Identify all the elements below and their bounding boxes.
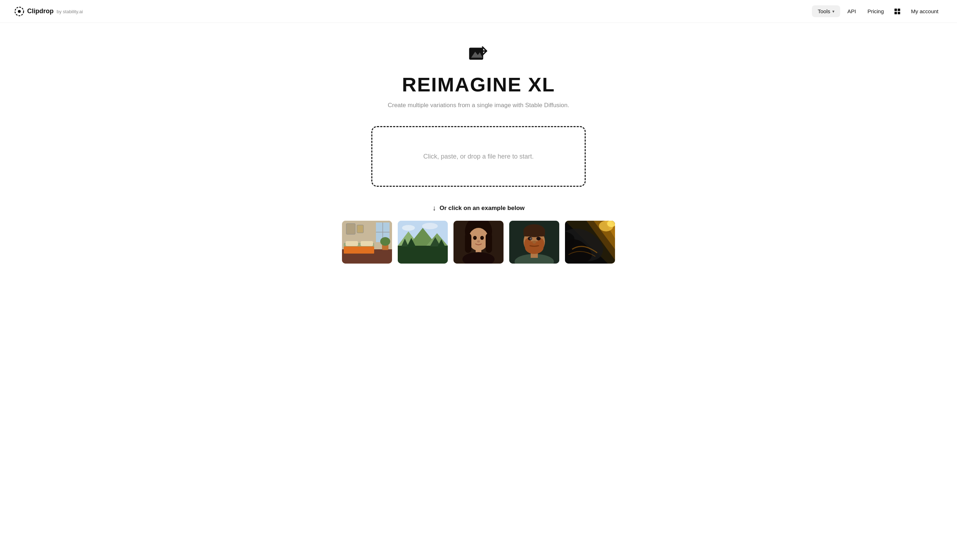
examples-label: ↓ Or click on an example below — [433, 204, 524, 212]
svg-rect-28 — [398, 246, 448, 263]
svg-point-56 — [532, 241, 536, 244]
examples-label-text: Or click on an example below — [439, 205, 524, 212]
my-account-link[interactable]: My account — [906, 5, 943, 17]
svg-point-1 — [18, 10, 21, 13]
reimagine-icon — [468, 44, 489, 66]
page-title: REIMAGINE XL — [402, 73, 555, 96]
clipdrop-logo-icon — [14, 6, 24, 16]
example-man[interactable] — [509, 221, 559, 263]
example-woman[interactable] — [453, 221, 504, 263]
navbar-right: Tools ▾ API Pricing My account — [812, 5, 943, 17]
svg-rect-15 — [346, 241, 358, 246]
svg-rect-53 — [524, 229, 545, 237]
svg-point-39 — [482, 237, 483, 238]
example-abstract[interactable] — [565, 221, 615, 263]
svg-rect-3 — [898, 9, 900, 11]
svg-point-38 — [474, 237, 475, 238]
woman-thumbnail — [453, 221, 504, 263]
chevron-down-icon: ▾ — [832, 9, 834, 14]
logo-area: Clipdrop by stability.ai — [14, 6, 83, 16]
page-icon — [468, 44, 489, 67]
mountain-thumbnail — [398, 221, 448, 263]
example-mountain[interactable] — [398, 221, 448, 263]
svg-rect-4 — [894, 12, 897, 14]
svg-rect-44 — [486, 233, 492, 253]
bedroom-thumbnail — [342, 221, 392, 263]
svg-point-35 — [469, 228, 488, 251]
tools-menu-button[interactable]: Tools ▾ — [812, 5, 840, 17]
svg-point-40 — [477, 240, 480, 243]
svg-rect-43 — [465, 233, 471, 253]
grid-icon-button[interactable] — [891, 6, 904, 17]
drop-zone-text: Click, paste, or drop a file here to sta… — [423, 153, 534, 160]
svg-point-23 — [402, 225, 415, 231]
abstract-thumbnail — [565, 221, 615, 263]
example-bedroom[interactable] — [342, 221, 392, 263]
svg-point-57 — [530, 238, 532, 240]
svg-rect-20 — [346, 224, 355, 234]
svg-rect-5 — [898, 12, 900, 14]
svg-rect-17 — [344, 246, 374, 254]
logo-text: Clipdrop by stability.ai — [27, 8, 83, 15]
svg-rect-21 — [357, 225, 363, 233]
navbar: Clipdrop by stability.ai Tools ▾ API Pri… — [0, 0, 957, 23]
svg-rect-16 — [360, 241, 373, 246]
examples-grid — [342, 221, 615, 263]
svg-rect-2 — [894, 9, 897, 11]
pricing-link[interactable]: Pricing — [863, 5, 888, 17]
tools-label: Tools — [818, 8, 830, 14]
svg-point-19 — [380, 237, 390, 246]
arrow-down-icon: ↓ — [433, 204, 436, 212]
page-subtitle: Create multiple variations from a single… — [388, 102, 569, 109]
svg-point-24 — [422, 223, 438, 229]
file-drop-zone[interactable]: Click, paste, or drop a file here to sta… — [371, 126, 586, 187]
api-link[interactable]: API — [843, 5, 860, 17]
grid-icon — [894, 8, 901, 15]
main-content: REIMAGINE XL Create multiple variations … — [0, 23, 957, 278]
man-thumbnail — [509, 221, 559, 263]
svg-point-55 — [536, 237, 541, 240]
